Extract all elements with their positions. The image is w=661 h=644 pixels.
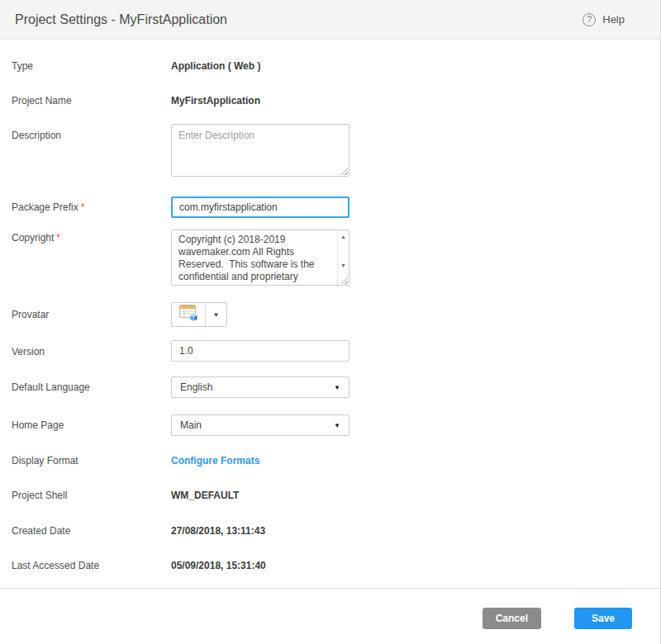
row-home-page: Home Page Main ▼ (12, 414, 660, 436)
version-input[interactable] (171, 340, 350, 362)
configure-formats-link[interactable]: Configure Formats (171, 455, 259, 467)
help-label: Help (602, 13, 625, 26)
home-page-selected-value: Main (180, 419, 202, 431)
help-button[interactable]: ? Help (583, 13, 625, 26)
project-shell-label: Project Shell (12, 490, 171, 502)
display-format-label: Display Format (12, 455, 171, 467)
help-icon: ? (583, 13, 596, 26)
default-language-label: Default Language (12, 376, 171, 394)
caret-down-icon: ▼ (334, 422, 340, 429)
package-prefix-label-text: Package Prefix (12, 201, 78, 213)
default-language-select[interactable]: English ▼ (171, 376, 350, 398)
default-language-selected-value: English (180, 381, 212, 393)
row-version: Version (12, 340, 660, 362)
last-accessed-date-value: 05/09/2018, 15:31:40 (171, 560, 266, 572)
row-project-shell: Project Shell WM_DEFAULT (12, 490, 660, 502)
row-default-language: Default Language English ▼ (12, 376, 660, 398)
row-created-date: Created Date 27/08/2018, 13:11:43 (12, 525, 660, 537)
provatar-dropdown-button[interactable]: ▼ (206, 303, 226, 326)
provatar-split-button[interactable]: ▼ (171, 302, 227, 327)
package-prefix-input[interactable] (171, 197, 350, 218)
provatar-table-icon (178, 304, 199, 326)
dialog-title: Project Settings - MyFirstApplication (15, 12, 227, 27)
row-copyright: Copyright* Copyright (c) 2018-2019 wavem… (12, 230, 660, 286)
copyright-label: Copyright* (12, 230, 171, 244)
dialog-footer: Cancel Save (0, 589, 660, 644)
save-button[interactable]: Save (574, 608, 632, 629)
home-page-label: Home Page (12, 414, 171, 432)
cancel-button[interactable]: Cancel (483, 608, 541, 629)
caret-down-icon: ▼ (213, 311, 220, 319)
last-accessed-date-label: Last Accessed Date (12, 560, 171, 572)
row-last-accessed-date: Last Accessed Date 05/09/2018, 15:31:40 (12, 560, 660, 572)
scrollbar-up-icon[interactable]: ▲ (340, 234, 346, 240)
settings-form: Type Application ( Web ) Project Name My… (0, 40, 660, 589)
row-description: Description (12, 124, 660, 177)
copyright-label-text: Copyright (12, 232, 54, 244)
row-package-prefix: Package Prefix* (12, 197, 660, 218)
row-type: Type Application ( Web ) (12, 60, 660, 73)
scrollbar-down-icon[interactable]: ▼ (340, 263, 346, 269)
required-asterisk: * (56, 232, 60, 244)
package-prefix-label: Package Prefix* (12, 197, 171, 214)
created-date-value: 27/08/2018, 13:11:43 (171, 525, 265, 537)
project-name-label: Project Name (12, 95, 171, 107)
home-page-select[interactable]: Main ▼ (171, 414, 350, 436)
row-display-format: Display Format Configure Formats (12, 455, 660, 467)
description-label: Description (12, 124, 171, 142)
project-settings-dialog: { "header": { "title": "Project Settings… (0, 0, 661, 644)
provatar-label: Provatar (12, 302, 171, 321)
project-name-value: MyFirstApplication (171, 95, 260, 107)
description-textarea[interactable] (171, 124, 350, 177)
required-asterisk: * (81, 201, 85, 213)
row-project-name: Project Name MyFirstApplication (12, 95, 660, 107)
project-shell-value: WM_DEFAULT (171, 490, 239, 502)
dialog-header: Project Settings - MyFirstApplication ? … (0, 0, 660, 40)
copyright-field-wrap: Copyright (c) 2018-2019 wavemaker.com Al… (171, 230, 350, 286)
version-label: Version (12, 340, 171, 358)
type-value: Application ( Web ) (171, 60, 260, 73)
created-date-label: Created Date (12, 525, 171, 537)
type-label: Type (12, 60, 171, 73)
description-field-wrap (171, 124, 350, 177)
row-provatar: Provatar (12, 302, 660, 327)
caret-down-icon: ▼ (334, 384, 340, 391)
copyright-textarea[interactable]: Copyright (c) 2018-2019 wavemaker.com Al… (172, 230, 337, 285)
provatar-current-button[interactable] (172, 303, 206, 326)
